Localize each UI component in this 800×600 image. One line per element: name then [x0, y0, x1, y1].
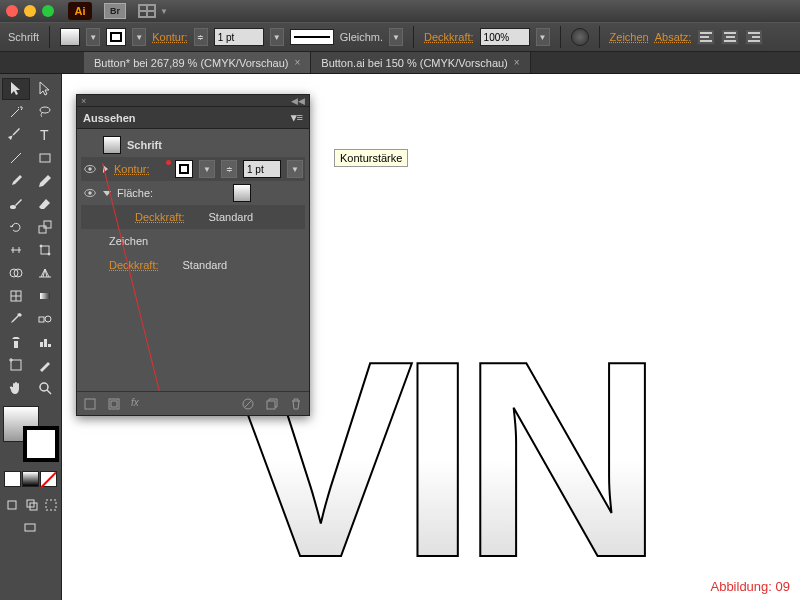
type-tool[interactable]: T — [31, 124, 59, 146]
direct-selection-tool[interactable] — [31, 78, 59, 100]
deckkraft-label[interactable]: Deckkraft: — [109, 259, 159, 271]
close-window-button[interactable] — [6, 5, 18, 17]
slice-tool[interactable] — [31, 354, 59, 376]
magic-wand-tool[interactable] — [2, 101, 30, 123]
appearance-row-zeichen[interactable]: Zeichen — [81, 229, 305, 253]
document-tab-bar: Button* bei 267,89 % (CMYK/Vorschau) × B… — [0, 52, 800, 74]
width-tool[interactable] — [2, 239, 30, 261]
fill-dropdown[interactable]: ▼ — [86, 28, 100, 46]
color-mode-gradient[interactable] — [22, 471, 39, 487]
align-right-button[interactable] — [745, 29, 763, 45]
stroke-color-indicator[interactable] — [23, 426, 59, 462]
fill-color-swatch[interactable] — [233, 184, 251, 202]
screen-mode-button[interactable] — [2, 517, 58, 539]
fill-swatch[interactable] — [60, 28, 80, 46]
svg-point-25 — [40, 383, 48, 391]
zoom-tool[interactable] — [31, 377, 59, 399]
opacity-input[interactable] — [480, 28, 530, 46]
align-left-button[interactable] — [697, 29, 715, 45]
stroke-swatch[interactable] — [106, 28, 126, 46]
svg-rect-15 — [40, 293, 50, 299]
stroke-profile-dropdown[interactable]: ▼ — [389, 28, 403, 46]
app-logo-icon: Ai — [68, 2, 92, 20]
canvas[interactable]: VIN Abbildung: 09 ×◀◀ Aussehen ▾≡ Schrif… — [62, 74, 800, 600]
fx-button[interactable]: fx — [131, 397, 145, 411]
stroke-weight-stepper[interactable]: ≑ — [194, 28, 208, 46]
stroke-weight-field[interactable] — [243, 160, 281, 178]
draw-mode-behind[interactable] — [23, 494, 43, 516]
panel-close-icon[interactable]: × — [81, 96, 86, 106]
shape-builder-tool[interactable] — [2, 262, 30, 284]
blob-brush-tool[interactable] — [2, 193, 30, 215]
column-graph-tool[interactable] — [31, 331, 59, 353]
kontur-label[interactable]: Kontur: — [114, 163, 149, 175]
pen-tool[interactable] — [2, 124, 30, 146]
lasso-tool[interactable] — [31, 101, 59, 123]
line-tool[interactable] — [2, 147, 30, 169]
visibility-eye-icon[interactable] — [83, 186, 97, 200]
color-mode-none[interactable] — [40, 471, 57, 487]
gradient-tool[interactable] — [31, 285, 59, 307]
appearance-row-schrift[interactable]: Schrift — [81, 133, 305, 157]
svg-point-17 — [45, 316, 51, 322]
hand-tool[interactable] — [2, 377, 30, 399]
stroke-color-swatch[interactable] — [175, 160, 193, 178]
rotate-tool[interactable] — [2, 216, 30, 238]
stroke-weight-dropdown[interactable]: ▼ — [270, 28, 284, 46]
delete-button[interactable] — [289, 397, 303, 411]
paintbrush-tool[interactable] — [2, 170, 30, 192]
mesh-tool[interactable] — [2, 285, 30, 307]
close-tab-icon[interactable]: × — [294, 57, 300, 68]
clear-button[interactable] — [241, 397, 255, 411]
appearance-row-kontur[interactable]: Kontur: ▼ ≑ ▼ — [81, 157, 305, 181]
bridge-button[interactable]: Br — [104, 3, 126, 19]
deckkraft-link[interactable]: Deckkraft: — [424, 31, 474, 43]
stroke-dropdown[interactable]: ▼ — [132, 28, 146, 46]
document-tab-1[interactable]: Button* bei 267,89 % (CMYK/Vorschau) × — [84, 52, 311, 73]
close-tab-icon[interactable]: × — [514, 57, 520, 68]
new-art-button[interactable] — [83, 397, 97, 411]
mode-label: Schrift — [8, 31, 39, 43]
recolor-button[interactable] — [571, 28, 589, 46]
appearance-row-flaeche[interactable]: Fläche: — [81, 181, 305, 205]
eraser-tool[interactable] — [31, 193, 59, 215]
artboard-tool[interactable] — [2, 354, 30, 376]
stroke-weight-stepper[interactable]: ≑ — [221, 160, 237, 178]
rectangle-tool[interactable] — [31, 147, 59, 169]
fill-stroke-indicator[interactable] — [3, 406, 59, 462]
zeichen-link[interactable]: Zeichen — [610, 31, 649, 43]
opacity-dropdown[interactable]: ▼ — [536, 28, 550, 46]
maximize-window-button[interactable] — [42, 5, 54, 17]
blend-tool[interactable] — [31, 308, 59, 330]
scale-tool[interactable] — [31, 216, 59, 238]
row-label: Schrift — [127, 139, 162, 151]
panel-title: Aussehen — [83, 112, 136, 124]
kontur-link[interactable]: Kontur: — [152, 31, 187, 43]
stroke-profile-preview[interactable] — [290, 29, 334, 45]
draw-mode-inside[interactable] — [43, 494, 59, 516]
appearance-row-deckkraft-2[interactable]: Deckkraft: Standard — [81, 253, 305, 277]
deckkraft-label[interactable]: Deckkraft: — [135, 211, 185, 223]
align-center-button[interactable] — [721, 29, 739, 45]
pencil-tool[interactable] — [31, 170, 59, 192]
selection-tool[interactable] — [2, 78, 30, 100]
document-tab-2[interactable]: Button.ai bei 150 % (CMYK/Vorschau) × — [311, 52, 530, 73]
panel-menu-icon[interactable]: ▾≡ — [291, 111, 303, 124]
absatz-link[interactable]: Absatz: — [655, 31, 692, 43]
free-transform-tool[interactable] — [31, 239, 59, 261]
symbol-sprayer-tool[interactable] — [2, 331, 30, 353]
appearance-panel: ×◀◀ Aussehen ▾≡ Schrift Kontur: ▼ — [76, 94, 310, 416]
visibility-eye-icon[interactable] — [83, 162, 97, 176]
stroke-weight-menu[interactable]: ▼ — [287, 160, 303, 178]
draw-mode-normal[interactable] — [2, 494, 22, 516]
stroke-weight-input[interactable] — [214, 28, 264, 46]
arrange-documents-button[interactable] — [138, 4, 156, 18]
color-mode-solid[interactable] — [4, 471, 21, 487]
panel-collapse-icon[interactable]: ◀◀ — [291, 96, 305, 106]
new-art-basic-button[interactable] — [107, 397, 121, 411]
perspective-grid-tool[interactable] — [31, 262, 59, 284]
stroke-color-dropdown[interactable]: ▼ — [199, 160, 215, 178]
duplicate-button[interactable] — [265, 397, 279, 411]
eyedropper-tool[interactable] — [2, 308, 30, 330]
minimize-window-button[interactable] — [24, 5, 36, 17]
